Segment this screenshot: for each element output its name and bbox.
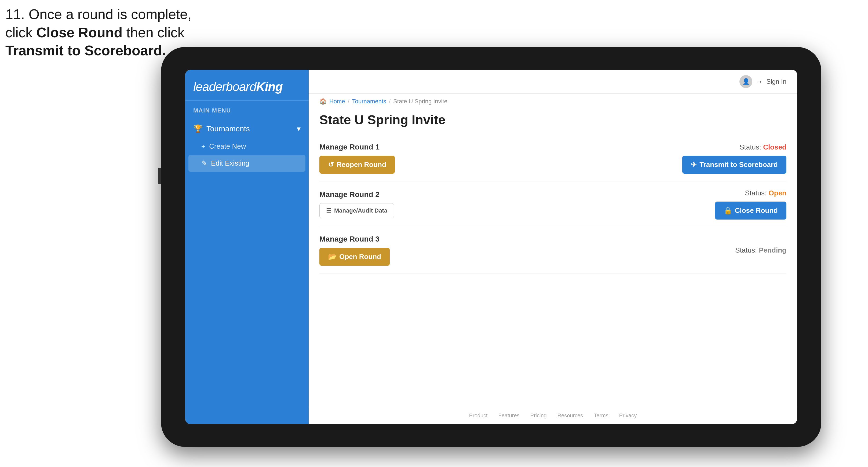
tablet-side-button <box>158 168 161 184</box>
logo-leaderboard: leaderboard <box>193 80 256 94</box>
instruction-line2: click Close Round then click <box>5 25 184 40</box>
main-menu-label: MAIN MENU <box>185 101 309 117</box>
page-title: State U Spring Invite <box>319 113 786 127</box>
close-icon: 🔒 <box>723 207 732 215</box>
round-1-status-value: Closed <box>763 143 786 151</box>
footer-terms[interactable]: Terms <box>594 412 608 419</box>
reopen-icon: ↺ <box>328 160 334 169</box>
top-header: 👤 → Sign In <box>309 70 797 94</box>
transmit-to-scoreboard-button[interactable]: ✈ Transmit to Scoreboard <box>682 156 786 174</box>
round-3-right: Status: Pending <box>735 246 786 254</box>
sidebar: leaderboardKing MAIN MENU 🏆 Tournaments … <box>185 70 309 424</box>
sign-in-area[interactable]: 👤 → Sign In <box>739 75 786 88</box>
instruction-close-round-bold: Close Round <box>36 25 123 40</box>
round-2-right: Status: Open 🔒 Close Round <box>715 189 786 220</box>
edit-existing-label: Edit Existing <box>211 159 249 167</box>
reopen-round-button[interactable]: ↺ Reopen Round <box>319 156 395 174</box>
footer-features[interactable]: Features <box>498 412 520 419</box>
transmit-label: Transmit to Scoreboard <box>700 160 778 169</box>
breadcrumb-tournaments[interactable]: Tournaments <box>352 98 386 105</box>
round-card-3: Manage Round 3 📂 Open Round Status: Pend… <box>319 227 786 274</box>
sidebar-sub-create-new[interactable]: + Create New <box>185 138 309 155</box>
logo: leaderboardKing <box>193 80 301 94</box>
sidebar-sub-edit-existing[interactable]: ✎ Edit Existing <box>188 155 305 172</box>
footer-pricing[interactable]: Pricing <box>530 412 547 419</box>
round-card-2: Manage Round 2 ☰ Manage/Audit Data Statu… <box>319 181 786 227</box>
close-round-label: Close Round <box>735 207 778 215</box>
sign-in-icon: → <box>756 78 763 85</box>
round-3-title: Manage Round 3 <box>319 235 390 243</box>
instruction-text: 11. Once a round is complete, click Clos… <box>5 5 192 60</box>
round-1-status: Status: Closed <box>739 143 786 151</box>
footer: Product Features Pricing Resources Terms… <box>309 407 797 424</box>
instruction-transmit-bold: Transmit to Scoreboard. <box>5 43 166 58</box>
manage-audit-label: Manage/Audit Data <box>334 207 387 214</box>
plus-icon: + <box>201 142 205 151</box>
sign-in-label: Sign In <box>766 78 786 85</box>
round-card-1: Manage Round 1 ↺ Reopen Round Status: Cl… <box>319 135 786 181</box>
round-2-left: Manage Round 2 ☰ Manage/Audit Data <box>319 190 394 218</box>
footer-product[interactable]: Product <box>469 412 488 419</box>
home-icon: 🏠 <box>319 98 327 105</box>
round-3-left: Manage Round 3 📂 Open Round <box>319 235 390 266</box>
round-1-title: Manage Round 1 <box>319 143 395 151</box>
tablet-screen: leaderboardKing MAIN MENU 🏆 Tournaments … <box>185 70 797 424</box>
user-avatar: 👤 <box>739 75 752 88</box>
round-1-left: Manage Round 1 ↺ Reopen Round <box>319 143 395 174</box>
open-icon: 📂 <box>328 253 337 261</box>
round-1-right: Status: Closed ✈ Transmit to Scoreboard <box>682 143 786 174</box>
close-round-button[interactable]: 🔒 Close Round <box>715 201 786 220</box>
round-2-status-value: Open <box>769 189 786 197</box>
trophy-icon: 🏆 <box>193 124 203 133</box>
round-3-status: Status: Pending <box>735 246 786 254</box>
main-content: 👤 → Sign In 🏠 Home / Tournaments / State… <box>309 70 797 424</box>
round-3-status-value: Pending <box>759 246 786 254</box>
create-new-label: Create New <box>209 142 246 151</box>
breadcrumb-sep1: / <box>348 98 349 105</box>
round-2-status: Status: Open <box>745 189 786 197</box>
tournaments-nav-label: Tournaments <box>207 125 250 133</box>
reopen-round-label: Reopen Round <box>337 160 386 169</box>
round-2-status-label: Status: <box>745 189 768 197</box>
breadcrumb-home[interactable]: Home <box>329 98 345 105</box>
instruction-line1: 11. Once a round is complete, <box>5 6 192 22</box>
audit-icon: ☰ <box>326 207 332 214</box>
edit-icon: ✎ <box>201 159 207 167</box>
logo-area: leaderboardKing <box>185 70 309 101</box>
tablet-device: leaderboardKing MAIN MENU 🏆 Tournaments … <box>161 47 821 447</box>
round-2-title: Manage Round 2 <box>319 190 394 199</box>
sidebar-item-tournaments[interactable]: 🏆 Tournaments ▾ <box>185 119 309 138</box>
logo-king: King <box>256 80 283 94</box>
open-round-label: Open Round <box>339 253 381 261</box>
transmit-icon: ✈ <box>691 160 697 169</box>
footer-resources[interactable]: Resources <box>557 412 583 419</box>
sidebar-nav: 🏆 Tournaments ▾ + Create New ✎ Edit Exis… <box>185 117 309 175</box>
manage-audit-button[interactable]: ☰ Manage/Audit Data <box>319 203 394 218</box>
app-layout: leaderboardKing MAIN MENU 🏆 Tournaments … <box>185 70 797 424</box>
chevron-down-icon: ▾ <box>297 124 301 133</box>
footer-privacy[interactable]: Privacy <box>619 412 637 419</box>
round-1-status-label: Status: <box>739 143 763 151</box>
open-round-button[interactable]: 📂 Open Round <box>319 248 390 266</box>
user-icon: 👤 <box>742 78 750 85</box>
breadcrumb-current: State U Spring Invite <box>393 98 447 105</box>
breadcrumb: 🏠 Home / Tournaments / State U Spring In… <box>309 94 797 107</box>
page-content: State U Spring Invite Manage Round 1 ↺ R… <box>309 107 797 407</box>
breadcrumb-sep2: / <box>389 98 391 105</box>
round-3-status-label: Status: <box>735 246 759 254</box>
